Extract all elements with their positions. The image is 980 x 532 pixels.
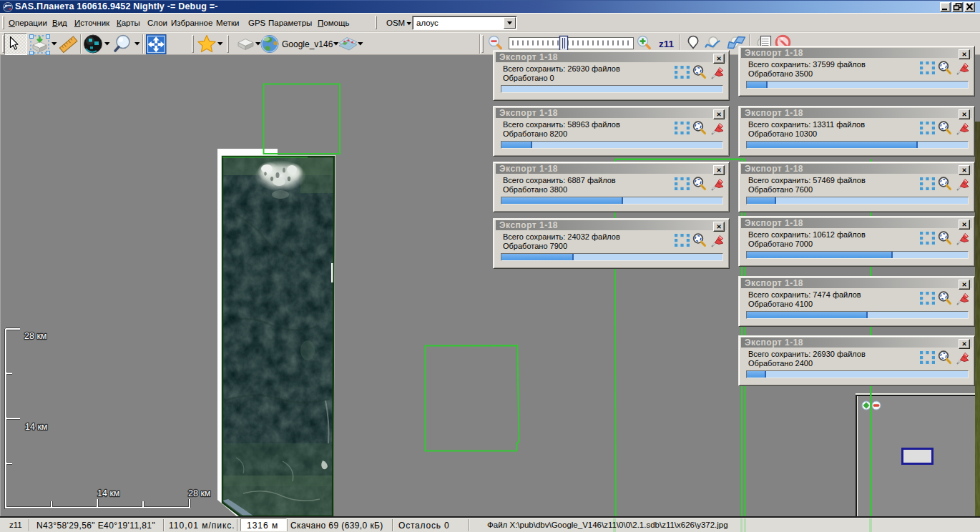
svg-text:14 км: 14 км xyxy=(97,488,119,498)
svg-text:28 км: 28 км xyxy=(24,331,46,341)
svg-text:28 км: 28 км xyxy=(188,488,210,498)
svg-text:14 км: 14 км xyxy=(25,422,47,432)
